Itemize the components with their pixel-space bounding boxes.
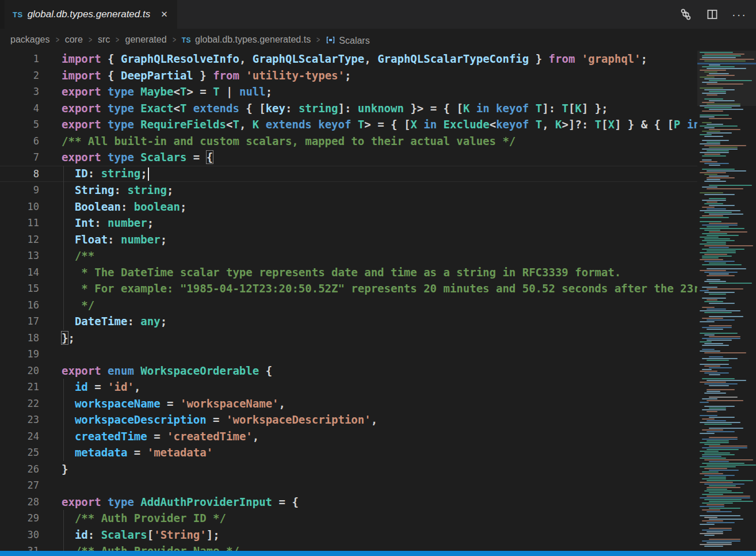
code-line[interactable]: 30 id: Scalars['String']; — [0, 527, 697, 543]
line-number[interactable]: 13 — [0, 250, 39, 261]
line-number[interactable]: 10 — [0, 201, 39, 212]
line-number[interactable]: 22 — [0, 398, 39, 409]
minimap[interactable] — [697, 51, 756, 551]
line-number[interactable]: 19 — [0, 348, 39, 360]
code-line[interactable]: 1import { GraphQLResolveInfo, GraphQLSca… — [0, 51, 697, 67]
line-number[interactable]: 21 — [0, 381, 39, 393]
code-line[interactable]: 19 — [0, 346, 697, 363]
code-line[interactable]: 15 * For example: "1985-04-12T23:20:50.5… — [0, 280, 697, 297]
indent-guide — [63, 510, 64, 527]
code-line[interactable]: 23 workspaceDescription = 'workspaceDesc… — [0, 412, 697, 428]
code-line[interactable]: 21 id = 'id', — [0, 379, 697, 395]
code-line[interactable]: 22 workspaceName = 'workspaceName', — [0, 395, 697, 412]
line-number[interactable]: 2 — [0, 70, 39, 81]
code-line-text: import { DeepPartial } from 'utility-typ… — [39, 69, 351, 82]
line-number[interactable]: 1 — [0, 53, 39, 64]
breadcrumb-item-src[interactable]: src — [98, 35, 110, 45]
line-number[interactable]: 16 — [0, 299, 39, 311]
breadcrumb-item-packages[interactable]: packages — [10, 35, 50, 45]
breadcrumb-item-symbol-scalars[interactable]: Scalars — [326, 34, 369, 46]
code-line[interactable]: 26} — [0, 461, 697, 478]
code-line[interactable]: 8 ID: string; — [0, 166, 697, 182]
code-line[interactable]: 5export type RequireFields<T, K extends … — [0, 116, 697, 133]
line-number[interactable]: 25 — [0, 447, 39, 458]
code-line[interactable]: 20export enum WorkspaceOrderable { — [0, 363, 697, 379]
minimap-line — [704, 203, 723, 204]
code-line[interactable]: 6/** All built-in and custom scalars, ma… — [0, 133, 697, 150]
close-tab-icon[interactable]: ✕ — [158, 8, 170, 21]
line-number[interactable]: 30 — [0, 529, 39, 540]
code-line[interactable]: 27 — [0, 477, 697, 494]
minimap-line — [704, 78, 726, 79]
minimap-line — [709, 214, 743, 215]
line-number[interactable]: 7 — [0, 151, 39, 163]
code-line[interactable]: 4export type Exact<T extends { [key: str… — [0, 100, 697, 117]
line-number[interactable]: 23 — [0, 414, 39, 425]
code-line[interactable]: 16 */ — [0, 297, 697, 314]
code-line[interactable]: 13 /** — [0, 247, 697, 264]
line-number[interactable]: 18 — [0, 332, 39, 344]
tab-global-db-types-generated[interactable]: TS global.db.types.generated.ts ✕ — [5, 0, 177, 29]
code-line[interactable]: 10 Boolean: boolean; — [0, 199, 697, 215]
code-line[interactable]: 2import { DeepPartial } from 'utility-ty… — [0, 67, 697, 84]
code-line[interactable]: 11 Int: number; — [0, 215, 697, 231]
minimap-line — [702, 140, 729, 141]
line-number[interactable]: 14 — [0, 266, 39, 278]
minimap-line — [700, 210, 740, 211]
line-number[interactable]: 20 — [0, 365, 39, 376]
line-number[interactable]: 8 — [0, 168, 39, 180]
code-line[interactable]: 14 * The DateTime scalar type represents… — [0, 264, 697, 281]
minimap-line — [707, 275, 735, 276]
symbol-variable-icon — [326, 35, 335, 45]
code-line[interactable]: 12 Float: number; — [0, 231, 697, 248]
code-line[interactable]: 29 /** Auth Provider ID */ — [0, 510, 697, 527]
code-line-text: export type AddAuthProviderInput = { — [39, 496, 299, 508]
minimap-line — [700, 270, 726, 271]
code-line[interactable]: 28export type AddAuthProviderInput = { — [0, 494, 697, 511]
breadcrumb-item-core[interactable]: core — [65, 35, 83, 45]
line-number[interactable]: 5 — [0, 119, 39, 130]
code-area[interactable]: 1import { GraphQLResolveInfo, GraphQLSca… — [0, 51, 697, 551]
line-number[interactable]: 27 — [0, 479, 39, 491]
code-line[interactable]: 7export type Scalars = { — [0, 149, 697, 166]
more-actions-icon[interactable]: ··· — [732, 12, 747, 17]
code-line[interactable]: 31 /** Auth Provider Name */ — [0, 543, 697, 551]
open-changes-icon[interactable] — [679, 7, 693, 21]
line-number[interactable]: 12 — [0, 234, 39, 245]
minimap-line — [707, 440, 729, 441]
split-editor-icon[interactable] — [705, 7, 719, 21]
code-line[interactable]: 3export type Maybe<T> = T | null; — [0, 83, 697, 100]
code-line[interactable]: 9 String: string; — [0, 182, 697, 199]
line-number[interactable]: 29 — [0, 512, 39, 524]
code-line-text: id: Scalars['String']; — [39, 528, 220, 541]
minimap-line — [704, 517, 717, 518]
line-number[interactable]: 28 — [0, 496, 39, 508]
breadcrumb-item-generated[interactable]: generated — [125, 35, 167, 45]
line-number[interactable]: 26 — [0, 463, 39, 475]
minimap-line — [709, 408, 726, 409]
minimap-line — [700, 341, 712, 342]
line-number[interactable]: 17 — [0, 315, 39, 327]
minimap-line — [704, 490, 732, 492]
line-number[interactable]: 6 — [0, 135, 39, 147]
line-number[interactable]: 31 — [0, 545, 39, 551]
minimap-line — [709, 539, 740, 540]
code-line[interactable]: 25 metadata = 'metadata' — [0, 444, 697, 461]
minimap-line — [704, 334, 715, 336]
code-line-text: export type RequireFields<T, K extends k… — [39, 118, 697, 131]
indent-guide — [63, 231, 64, 248]
code-line[interactable]: 18}; — [0, 330, 697, 346]
line-number[interactable]: 24 — [0, 431, 39, 442]
line-number[interactable]: 9 — [0, 184, 39, 196]
minimap-line — [702, 200, 726, 201]
typescript-file-icon: TS — [182, 36, 191, 44]
line-number[interactable]: 3 — [0, 86, 39, 97]
code-line[interactable]: 24 createdTime = 'createdTime', — [0, 428, 697, 445]
line-number[interactable]: 4 — [0, 102, 39, 114]
minimap-line — [704, 499, 742, 500]
minimap-line — [702, 318, 723, 319]
line-number[interactable]: 15 — [0, 283, 39, 294]
code-line[interactable]: 17 DateTime: any; — [0, 313, 697, 330]
breadcrumb-item-file[interactable]: TSglobal.db.types.generated.ts — [182, 35, 311, 45]
line-number[interactable]: 11 — [0, 217, 39, 229]
